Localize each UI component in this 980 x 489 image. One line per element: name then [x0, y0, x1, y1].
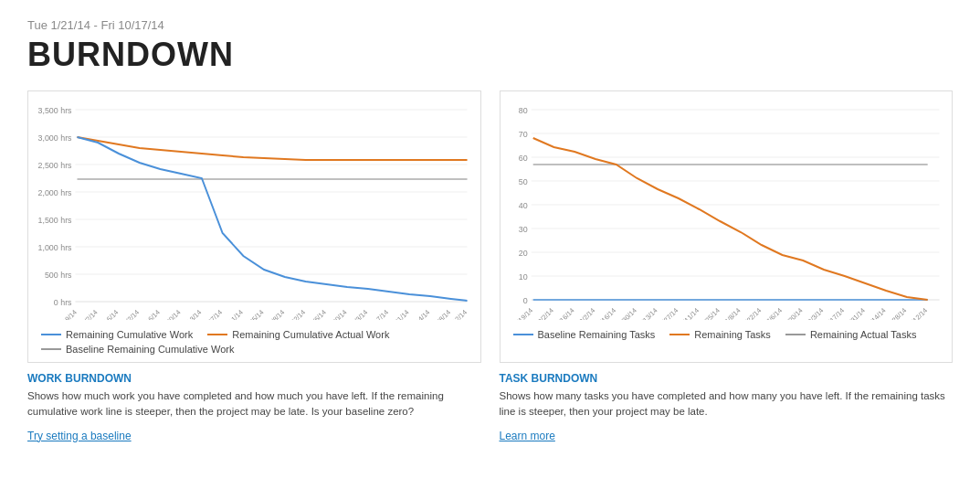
legend-label-baseline-tasks: Baseline Remaining Tasks: [538, 329, 656, 340]
svg-text:3/2/14: 3/2/14: [121, 308, 141, 320]
legend-line-gray: [41, 348, 61, 350]
legend-item-actual-work: Remaining Cumulative Actual Work: [207, 329, 389, 340]
task-burndown-chart: 80 70 60 50 40 30 20 10 0: [500, 90, 954, 363]
svg-text:8/31/14: 8/31/14: [845, 306, 867, 320]
legend-line-blue: [41, 334, 61, 335]
svg-text:10/12/14: 10/12/14: [904, 306, 929, 320]
svg-text:3,000 hrs: 3,000 hrs: [38, 133, 73, 143]
work-burndown-chart: 3,500 hrs 3,000 hrs 2,500 hrs 2,000 hrs …: [27, 90, 481, 363]
svg-text:1/19/14: 1/19/14: [57, 308, 79, 320]
svg-text:5/25/14: 5/25/14: [244, 308, 266, 320]
legend-label-baseline-work: Baseline Remaining Cumulative Work: [66, 344, 234, 355]
svg-text:70: 70: [518, 130, 527, 139]
svg-text:4/13/14: 4/13/14: [637, 306, 659, 320]
svg-text:2/2/14: 2/2/14: [535, 306, 554, 320]
svg-text:3/16/14: 3/16/14: [595, 306, 617, 320]
svg-text:7/6/14: 7/6/14: [764, 306, 784, 320]
legend-label-actual-tasks: Remaining Actual Tasks: [810, 329, 917, 340]
svg-text:9/14/14: 9/14/14: [865, 306, 887, 320]
legend-line-blue-task: [513, 334, 533, 335]
legend-line-orange-task: [669, 334, 690, 335]
task-section-title: TASK BURNDOWN: [500, 372, 954, 385]
svg-text:3/30/14: 3/30/14: [161, 308, 183, 320]
task-chart-svg: 80 70 60 50 40 30 20 10 0: [510, 101, 943, 320]
task-chart-legend: Baseline Remaining Tasks Remaining Tasks…: [510, 329, 943, 340]
svg-text:1,500 hrs: 1,500 hrs: [38, 216, 73, 225]
svg-text:4/13/14: 4/13/14: [182, 308, 204, 320]
work-chart-svg: 3,500 hrs 3,000 hrs 2,500 hrs 2,000 hrs …: [37, 101, 471, 320]
svg-text:6/22/14: 6/22/14: [741, 306, 763, 320]
svg-text:3/30/14: 3/30/14: [616, 306, 638, 320]
svg-text:40: 40: [518, 201, 527, 210]
svg-text:20: 20: [518, 249, 527, 258]
legend-line-gray-task: [785, 334, 806, 335]
svg-text:8/17/14: 8/17/14: [368, 308, 390, 320]
legend-line-orange: [207, 334, 227, 335]
legend-label-actual-work: Remaining Cumulative Actual Work: [232, 329, 389, 340]
svg-text:3/16/14: 3/16/14: [140, 308, 162, 320]
svg-text:7/20/14: 7/20/14: [782, 306, 804, 320]
svg-text:2,000 hrs: 2,000 hrs: [38, 188, 73, 197]
svg-text:9/28/14: 9/28/14: [430, 308, 452, 320]
legend-item-remaining-tasks: Remaining Tasks: [669, 329, 771, 340]
svg-text:0 hrs: 0 hrs: [54, 298, 72, 307]
svg-text:8/31/14: 8/31/14: [389, 308, 411, 320]
svg-text:6/8/14: 6/8/14: [267, 308, 286, 320]
work-section-desc: Shows how much work you have completed a…: [27, 388, 481, 420]
svg-text:8/3/14: 8/3/14: [350, 308, 369, 320]
svg-text:2/16/14: 2/16/14: [553, 306, 575, 320]
svg-text:6/8/14: 6/8/14: [722, 306, 742, 320]
svg-text:6/22/14: 6/22/14: [285, 308, 307, 320]
svg-text:30: 30: [518, 225, 527, 234]
svg-text:5/11/14: 5/11/14: [223, 308, 245, 320]
try-baseline-link[interactable]: Try setting a baseline: [27, 430, 481, 442]
svg-text:500 hrs: 500 hrs: [45, 271, 72, 280]
svg-text:4/27/14: 4/27/14: [202, 308, 224, 320]
svg-text:4/27/14: 4/27/14: [658, 306, 680, 320]
svg-text:80: 80: [518, 106, 527, 115]
legend-item-baseline-work: Baseline Remaining Cumulative Work: [41, 344, 234, 355]
svg-text:10: 10: [518, 272, 527, 282]
svg-text:2/2/14: 2/2/14: [80, 308, 100, 320]
legend-item-remaining-work: Remaining Cumulative Work: [41, 329, 193, 340]
svg-text:0: 0: [522, 296, 527, 305]
legend-label-remaining-work: Remaining Cumulative Work: [66, 329, 193, 340]
svg-text:8/3/14: 8/3/14: [806, 306, 825, 320]
legend-label-remaining-tasks: Remaining Tasks: [694, 329, 771, 340]
svg-text:2/16/14: 2/16/14: [99, 308, 121, 320]
task-section-desc: Shows how many tasks you have completed …: [500, 388, 954, 420]
svg-text:7/6/14: 7/6/14: [309, 308, 328, 320]
svg-text:5/11/14: 5/11/14: [679, 306, 701, 320]
svg-text:9/28/14: 9/28/14: [886, 306, 908, 320]
legend-item-baseline-tasks: Baseline Remaining Tasks: [513, 329, 656, 340]
svg-text:60: 60: [518, 154, 527, 163]
svg-text:50: 50: [518, 177, 527, 186]
learn-more-link[interactable]: Learn more: [500, 430, 954, 442]
svg-text:3,500 hrs: 3,500 hrs: [38, 106, 73, 115]
svg-text:9/14/14: 9/14/14: [410, 308, 432, 320]
svg-text:8/17/14: 8/17/14: [824, 306, 846, 320]
svg-text:1/19/14: 1/19/14: [512, 306, 534, 320]
work-section-title: WORK BURNDOWN: [27, 372, 481, 385]
svg-text:2,500 hrs: 2,500 hrs: [38, 161, 73, 170]
work-chart-legend: Remaining Cumulative Work Remaining Cumu…: [37, 329, 471, 355]
date-range: Tue 1/21/14 - Fri 10/17/14: [27, 18, 953, 32]
svg-text:3/2/14: 3/2/14: [577, 306, 596, 320]
svg-text:5/25/14: 5/25/14: [699, 306, 721, 320]
page-title: BURNDOWN: [27, 36, 953, 74]
svg-text:1,000 hrs: 1,000 hrs: [38, 243, 73, 252]
svg-text:7/20/14: 7/20/14: [327, 308, 349, 320]
legend-item-actual-tasks: Remaining Actual Tasks: [785, 329, 917, 340]
